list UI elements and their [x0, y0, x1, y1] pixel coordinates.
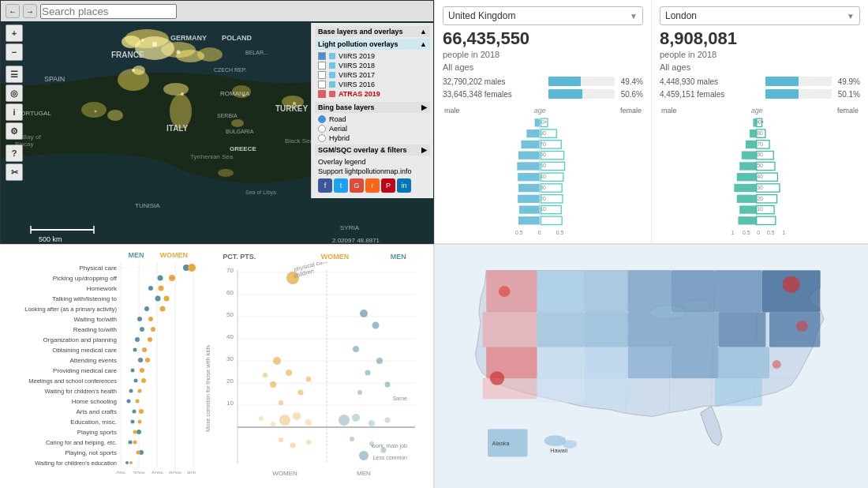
road-option[interactable]: Road — [315, 114, 430, 124]
svg-text:Black Sea: Black Sea — [285, 137, 314, 145]
svg-rect-96 — [737, 173, 757, 181]
london-age-top-label: age — [751, 107, 763, 114]
overlay-legend-item[interactable]: Overlay legend — [315, 157, 430, 167]
forward-button[interactable]: → — [23, 4, 37, 18]
svg-rect-257 — [769, 312, 820, 347]
help-button[interactable]: ? — [6, 145, 23, 162]
social-buttons: f t G r P in — [315, 176, 430, 195]
base-layers-toggle[interactable]: Base layers and overlays ▲ — [315, 26, 430, 37]
svg-text:Sea of Libya: Sea of Libya — [245, 190, 276, 196]
sgm-expand-icon: ▶ — [421, 146, 427, 154]
svg-rect-110 — [757, 216, 776, 224]
london-male-bar — [765, 77, 799, 86]
svg-rect-262 — [628, 312, 719, 347]
layer-viirs2016[interactable]: VIIRS 2016 — [315, 80, 430, 89]
layer-viirs2019[interactable]: VIIRS 2019 — [315, 51, 430, 61]
layer-atras2019[interactable]: ATRAS 2019 — [315, 89, 430, 99]
pinterest-button[interactable]: P — [381, 178, 395, 193]
svg-point-169 — [138, 420, 142, 424]
hybrid-option[interactable]: Hybrid — [315, 133, 430, 143]
svg-text:60%: 60% — [169, 470, 181, 474]
svg-point-232 — [369, 420, 375, 426]
layers-button[interactable]: ☰ — [6, 66, 23, 83]
svg-point-127 — [169, 275, 175, 281]
google-button[interactable]: G — [350, 178, 364, 193]
facebook-button[interactable]: f — [318, 178, 332, 193]
uk-male-bar — [548, 77, 581, 86]
svg-rect-277 — [584, 312, 627, 347]
svg-text:30: 30 — [757, 185, 763, 190]
svg-text:60: 60 — [226, 289, 234, 296]
men-header: MEN — [129, 251, 144, 259]
svg-point-10 — [81, 102, 107, 118]
svg-text:0.5: 0.5 — [743, 230, 750, 235]
viirs2018-checkbox[interactable] — [318, 62, 326, 69]
svg-rect-95 — [739, 162, 757, 170]
svg-point-171 — [137, 430, 141, 434]
layer-viirs2018[interactable]: VIIRS 2018 — [315, 61, 430, 70]
viirs2019-checkbox[interactable] — [318, 52, 326, 60]
svg-text:SERBIA: SERBIA — [217, 113, 238, 118]
svg-rect-66 — [518, 195, 540, 203]
sgm-toggle[interactable]: SGM/SQC overlay & filters ▶ — [315, 145, 430, 156]
reddit-button[interactable]: r — [365, 178, 380, 193]
map-controls: + − ☰ ◎ i ⚙ ? ✂ — [6, 24, 23, 181]
atras2019-checkbox[interactable] — [318, 90, 326, 98]
svg-point-163 — [136, 400, 140, 404]
uk-dropdown[interactable]: United Kingdom ▼ — [443, 6, 643, 25]
svg-point-281 — [773, 360, 781, 369]
svg-point-234 — [350, 437, 354, 441]
svg-text:Arts and crafts: Arts and crafts — [76, 408, 117, 415]
viirs2017-label: VIIRS 2017 — [339, 71, 375, 79]
svg-rect-92 — [750, 130, 757, 137]
svg-text:Waiting for/with: Waiting for/with — [74, 316, 117, 323]
london-pyramid-svg: 90+ 80 70 60 50 40 30 20 10 — [660, 114, 860, 237]
svg-text:Less common: Less common — [372, 455, 407, 460]
svg-rect-60 — [526, 130, 539, 137]
svg-point-215 — [279, 415, 290, 426]
aerial-option[interactable]: Aerial — [315, 124, 430, 133]
svg-point-178 — [137, 451, 140, 455]
svg-rect-258 — [715, 271, 762, 313]
bing-layers-toggle[interactable]: Bing base layers ▶ — [315, 102, 430, 113]
road-radio[interactable] — [318, 115, 326, 123]
svg-text:30: 30 — [226, 355, 234, 362]
london-dropdown[interactable]: London ▼ — [660, 6, 860, 25]
viirs2016-checkbox[interactable] — [318, 81, 326, 88]
aerial-label: Aerial — [329, 125, 347, 133]
settings-button[interactable]: ⚙ — [6, 122, 23, 140]
zoom-in-button[interactable]: + — [6, 24, 23, 42]
linkedin-button[interactable]: in — [397, 178, 411, 193]
support-item[interactable]: Support lightpollutionmap.info — [315, 167, 430, 176]
search-input[interactable] — [40, 4, 177, 19]
svg-point-132 — [155, 296, 161, 302]
viirs2017-checkbox[interactable] — [318, 71, 326, 79]
uk-males-count: 32,790,202 males — [443, 77, 545, 86]
back-button[interactable]: ← — [6, 4, 20, 18]
uk-age-top-label: age — [534, 107, 546, 114]
svg-point-233 — [385, 418, 391, 423]
aerial-radio[interactable] — [318, 125, 326, 133]
twitter-button[interactable]: t — [334, 178, 348, 193]
svg-text:0.5: 0.5 — [515, 230, 523, 235]
hybrid-radio[interactable] — [318, 134, 326, 142]
compass-button[interactable]: ◎ — [6, 84, 23, 102]
svg-point-208 — [273, 357, 281, 365]
map-panel: ← → — [0, 0, 434, 244]
svg-text:BULGARIA: BULGARIA — [226, 129, 254, 134]
info-button[interactable]: i — [6, 103, 23, 121]
svg-point-142 — [151, 327, 155, 332]
layer-viirs2017[interactable]: VIIRS 2017 — [315, 70, 430, 80]
tools-button[interactable]: ✂ — [6, 163, 23, 181]
svg-point-219 — [259, 416, 264, 421]
uk-year-label: people in 2018 — [443, 50, 643, 59]
svg-text:Bay of: Bay of — [23, 133, 41, 141]
svg-rect-263 — [628, 347, 672, 378]
zoom-out-button[interactable]: − — [6, 43, 23, 61]
london-year-label: people in 2018 — [660, 50, 860, 59]
london-population-half: London ▼ 8,908,081 people in 2018 All ag… — [652, 0, 868, 243]
svg-point-17 — [152, 42, 157, 47]
light-pollution-toggle[interactable]: Light pollution overlays ▲ — [315, 39, 430, 50]
svg-point-210 — [270, 381, 276, 388]
svg-text:20: 20 — [757, 196, 763, 201]
